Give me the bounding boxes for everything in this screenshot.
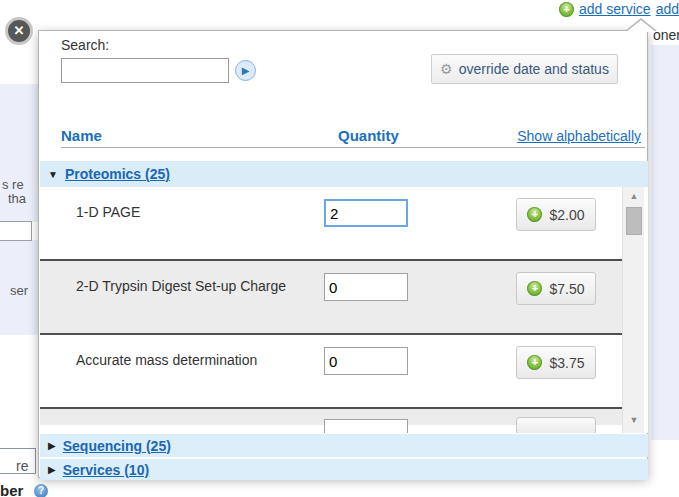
service-name: Accurate mass determination — [76, 352, 257, 368]
section-services[interactable]: ▶ Services (10) — [40, 459, 648, 480]
close-icon[interactable]: ✕ — [5, 17, 33, 45]
section-proteomics-link[interactable]: Proteomics (25) — [65, 166, 170, 182]
price-label: $2.00 — [549, 207, 584, 223]
add-price-button[interactable]: + $7.50 — [516, 272, 596, 305]
section-sequencing[interactable]: ▶ Sequencing (25) — [40, 434, 648, 457]
column-header-quantity: Quantity — [338, 127, 399, 144]
search-go-button[interactable]: ▶ — [235, 60, 256, 81]
plus-icon: + — [527, 281, 542, 296]
quantity-input[interactable] — [324, 273, 408, 301]
service-row-1d-page: 1-D PAGE + $2.00 — [40, 187, 622, 261]
add-price-button[interactable]: + $3.75 — [516, 346, 596, 379]
section-sequencing-link[interactable]: Sequencing (25) — [63, 438, 171, 454]
add-service-toolbar: + add service add — [559, 1, 679, 17]
chevron-collapsed-icon: ▶ — [48, 440, 56, 451]
scrollbar[interactable]: ▲ ▼ — [622, 187, 644, 433]
scroll-down-icon[interactable]: ▼ — [623, 415, 645, 429]
scrollbar-thumb[interactable] — [626, 207, 642, 235]
override-date-status-button[interactable]: ⚙ override date and status — [431, 54, 618, 84]
section-services-link[interactable]: Services (10) — [63, 462, 149, 478]
header-divider — [61, 147, 645, 148]
scroll-up-icon[interactable]: ▲ — [623, 191, 645, 205]
service-name: 1-D PAGE — [76, 204, 140, 220]
background-text-fragment: ber — [0, 482, 23, 497]
add-service-link[interactable]: add service — [579, 1, 651, 17]
background-text-fragment: tha — [8, 191, 26, 206]
plus-icon: + — [527, 207, 542, 222]
background-panel — [651, 45, 679, 440]
search-label: Search: — [61, 37, 109, 53]
add-second-link[interactable]: add — [656, 1, 679, 17]
background-text-fragment: re — [16, 458, 28, 474]
add-price-button[interactable]: + $2.00 — [516, 198, 596, 231]
quantity-input[interactable] — [324, 419, 408, 433]
column-header-name: Name — [61, 127, 102, 144]
plus-icon: + — [527, 355, 542, 370]
search-input[interactable] — [61, 58, 229, 83]
price-label: $3.75 — [549, 355, 584, 371]
quantity-input[interactable] — [324, 199, 408, 227]
price-label: $7.50 — [549, 281, 584, 297]
gear-icon: ⚙ — [440, 61, 453, 77]
page: + add service add oner s re tha ser re b… — [0, 0, 679, 497]
service-list-scroll-area: 1-D PAGE + $2.00 2-D Trypsin Digest Set-… — [40, 187, 648, 433]
override-button-label: override date and status — [459, 61, 609, 77]
help-icon[interactable]: ? — [34, 484, 48, 497]
background-text-fragment: s re — [2, 177, 24, 192]
service-rows: 1-D PAGE + $2.00 2-D Trypsin Digest Set-… — [40, 187, 622, 425]
background-input-fragment — [0, 221, 32, 241]
service-row-accurate-mass: Accurate mass determination + $3.75 — [40, 335, 622, 409]
show-alphabetically-link[interactable]: Show alphabetically — [517, 128, 641, 144]
quantity-input[interactable] — [324, 347, 408, 375]
go-arrow-icon: ▶ — [242, 65, 250, 76]
chevron-expanded-icon: ▼ — [48, 169, 58, 180]
add-service-dialog: Search: ▶ ⚙ override date and status Nam… — [38, 30, 648, 478]
service-row-trypsin: 2-D Trypsin Digest Set-up Charge + $7.50 — [40, 261, 622, 335]
service-row-partial — [40, 409, 622, 425]
background-text-fragment: ser — [10, 283, 28, 298]
chevron-collapsed-icon: ▶ — [48, 464, 56, 475]
service-name: 2-D Trypsin Digest Set-up Charge — [76, 278, 286, 294]
section-proteomics[interactable]: ▼ Proteomics (25) — [40, 161, 648, 187]
add-service-plus-icon: + — [559, 2, 574, 17]
add-price-button[interactable] — [516, 417, 596, 433]
